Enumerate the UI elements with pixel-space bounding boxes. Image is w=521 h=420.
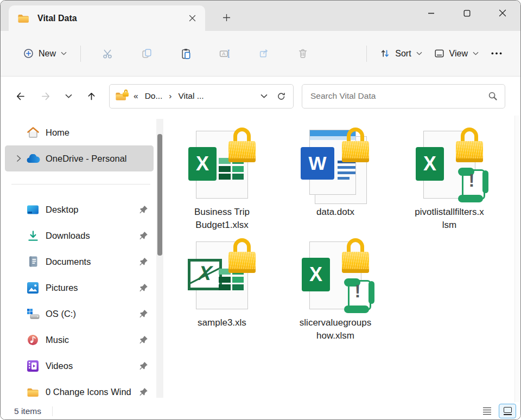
minimize-button[interactable] <box>413 1 449 26</box>
excel-macro-icon-locked: X ! <box>281 233 390 314</box>
recent-locations-button[interactable] <box>60 85 77 107</box>
search-icon[interactable] <box>488 91 498 101</box>
file-name: slicervaluegroupshow.xlsm <box>281 316 390 342</box>
cut-button[interactable] <box>92 42 123 65</box>
pin-icon <box>138 387 148 397</box>
sidebar-item-music[interactable]: Music <box>5 327 154 353</box>
share-icon <box>259 48 269 59</box>
plus-circle-icon <box>23 48 34 59</box>
excel-logo: X <box>416 147 444 181</box>
view-button-label: View <box>449 49 468 59</box>
sidebar-item-label: Desktop <box>46 205 79 215</box>
tab-vital-data[interactable]: Vital Data <box>9 5 205 31</box>
svg-text:A: A <box>222 51 225 56</box>
view-icon <box>434 48 444 59</box>
file-item-pivotlistallfilters[interactable]: X ! pivotlistallfilters.xlsm <box>395 122 504 231</box>
sidebar-item-label: OneDrive - Personal <box>46 154 126 164</box>
paste-button[interactable] <box>170 42 201 65</box>
chevron-down-icon <box>61 52 67 55</box>
copy-button[interactable] <box>131 42 162 65</box>
file-item-sample3[interactable]: X sample3.xls <box>168 233 276 329</box>
excel-legacy-icon-locked: X <box>168 233 276 314</box>
file-item-business-trip-budget[interactable]: X Business TripBudget1.xlsx <box>168 122 276 231</box>
sidebar-item-desktop[interactable]: Desktop <box>5 196 154 222</box>
more-options-button[interactable] <box>485 42 509 65</box>
sort-button[interactable]: Sort <box>374 43 428 63</box>
sidebar-item-onedrive[interactable]: OneDrive - Personal <box>5 145 154 171</box>
sidebar-item-label: Home <box>46 128 69 138</box>
rename-button[interactable]: A <box>209 42 240 65</box>
breadcrumb-current[interactable]: Vital ... <box>177 90 205 102</box>
back-button[interactable] <box>9 85 31 107</box>
forward-button[interactable] <box>35 85 56 107</box>
onedrive-icon <box>26 152 40 165</box>
tab-close-button[interactable] <box>185 11 200 26</box>
breadcrumb-collapse[interactable]: « <box>132 90 139 102</box>
chevron-down-icon <box>473 52 479 55</box>
address-bar[interactable]: « Do... › Vital ... <box>109 84 294 109</box>
close-button[interactable] <box>485 1 520 26</box>
music-icon <box>26 333 40 346</box>
breadcrumb-parent[interactable]: Do... <box>144 90 164 102</box>
pin-icon <box>138 257 148 266</box>
sidebar-scrollbar-thumb[interactable] <box>157 134 162 256</box>
file-item-slicervaluegroupshow[interactable]: X ! slicervaluegroupshow.xlsm <box>281 233 390 342</box>
new-button[interactable]: New <box>17 43 73 63</box>
navigation-pane: Home OneDrive - Personal Desktop <box>1 116 156 402</box>
sidebar-item-change-icons-folder[interactable]: 0 Change Icons Wind <box>5 379 154 405</box>
pin-icon <box>138 283 148 292</box>
search-input[interactable] <box>309 91 488 101</box>
pictures-icon <box>26 281 40 294</box>
sidebar-item-label: Pictures <box>46 283 78 293</box>
up-button[interactable] <box>80 85 102 107</box>
sidebar-item-label: Music <box>46 335 69 345</box>
word-logo: W <box>301 147 334 180</box>
sidebar-scrollbar-track[interactable] <box>156 119 163 398</box>
lock-icon <box>228 238 256 273</box>
macro-scroll-icon: ! <box>344 278 374 313</box>
macro-scroll-icon: ! <box>458 168 488 202</box>
home-icon <box>26 126 40 139</box>
sidebar-item-pictures[interactable]: Pictures <box>5 275 154 301</box>
file-name: Business TripBudget1.xlsx <box>168 206 276 231</box>
view-button[interactable]: View <box>428 43 485 63</box>
new-tab-button[interactable] <box>217 8 236 27</box>
address-row: « Do... › Vital ... <box>1 77 520 116</box>
sidebar-item-label: Downloads <box>46 231 90 241</box>
large-icons-view-button[interactable] <box>499 404 516 418</box>
sort-button-label: Sort <box>395 49 411 59</box>
address-dropdown-chevron[interactable] <box>258 92 270 100</box>
content-scrollbar-gutter <box>514 116 520 402</box>
share-button[interactable] <box>248 42 279 65</box>
file-item-data-dotx[interactable]: W data.dotx <box>281 122 390 219</box>
sidebar-item-videos[interactable]: Videos <box>5 353 154 379</box>
status-bar: 5 items <box>1 402 520 420</box>
toolbar-divider <box>80 46 81 62</box>
expand-chevron-icon[interactable] <box>11 155 26 162</box>
search-box[interactable] <box>302 84 505 109</box>
folder-icon <box>17 13 30 23</box>
excel-logo: X <box>302 258 330 291</box>
chevron-down-icon <box>416 52 422 55</box>
window-controls <box>413 1 520 26</box>
file-list-area[interactable]: X Business TripBudget1.xlsx <box>163 116 520 402</box>
details-view-button[interactable] <box>478 404 495 418</box>
sidebar-item-os-c[interactable]: OS (C:) <box>5 301 154 327</box>
file-name: pivotlistallfilters.xlsm <box>395 206 504 231</box>
refresh-button[interactable] <box>274 90 289 103</box>
videos-icon <box>26 359 40 372</box>
delete-button[interactable] <box>287 42 319 65</box>
pin-icon <box>138 361 148 371</box>
copy-icon <box>142 48 152 59</box>
desktop-icon <box>26 203 40 216</box>
maximize-button[interactable] <box>449 1 485 26</box>
sidebar-item-downloads[interactable]: Downloads <box>5 222 154 249</box>
paste-icon <box>181 48 191 59</box>
rename-icon: A <box>219 49 230 59</box>
sidebar-item-documents[interactable]: Documents <box>5 249 154 275</box>
toolbar-divider <box>366 46 367 62</box>
sidebar-item-home[interactable]: Home <box>5 119 154 145</box>
view-toggle-group <box>478 404 516 418</box>
command-toolbar: New A Sort <box>1 31 520 77</box>
lock-icon <box>456 128 483 162</box>
